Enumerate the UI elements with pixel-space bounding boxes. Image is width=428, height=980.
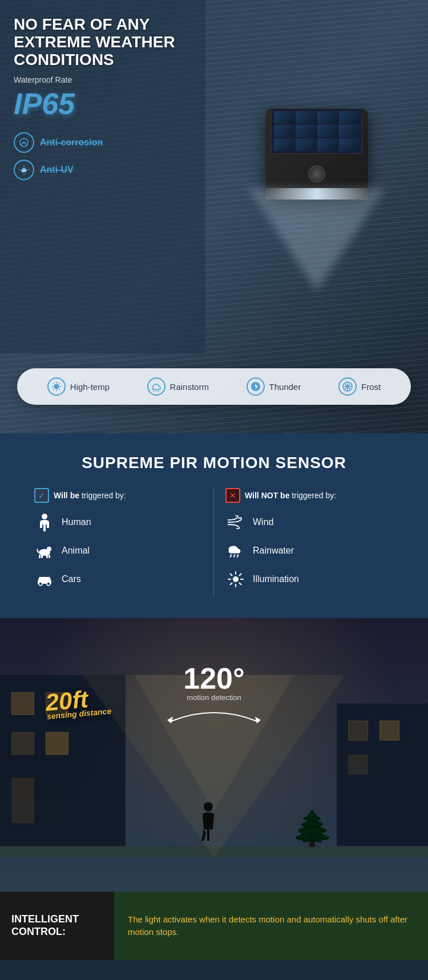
angle-arrow-arc bbox=[163, 704, 265, 727]
window-r1 bbox=[348, 721, 368, 741]
animal-label: Animal bbox=[62, 546, 90, 556]
solar-cell bbox=[339, 111, 360, 124]
trigger-human: Human bbox=[34, 512, 202, 532]
window-r3 bbox=[348, 755, 368, 775]
anti-corrosion-label: Anti-corrosion bbox=[40, 137, 103, 148]
rainwater-label: Rainwater bbox=[253, 546, 294, 556]
condition-rainstorm: Rainstorm bbox=[147, 377, 209, 396]
angle-label: motion detection bbox=[163, 693, 265, 702]
motion-angle-display: 120° motion detection bbox=[163, 664, 265, 727]
human-label: Human bbox=[62, 517, 91, 527]
svg-line-16 bbox=[154, 391, 154, 392]
control-left-panel: INTELLIGENT CONTROL: bbox=[0, 892, 114, 960]
svg-line-17 bbox=[156, 391, 156, 392]
check-icon: ✓ bbox=[34, 488, 49, 503]
svg-line-45 bbox=[240, 583, 241, 585]
solar-cell bbox=[296, 125, 316, 137]
no-trigger-header-text: Will NOT be triggered by: bbox=[245, 491, 336, 500]
motion-sensor-dot bbox=[308, 165, 325, 182]
condition-high-temp: High-temp bbox=[47, 377, 110, 396]
high-temp-label: High-temp bbox=[70, 382, 110, 392]
pir-grid: ✓ Will be triggered by: Human bbox=[23, 488, 405, 597]
svg-line-44 bbox=[231, 574, 232, 576]
solar-cell bbox=[296, 111, 316, 124]
conditions-bar: High-temp Rainstorm Thunder bbox=[17, 368, 411, 405]
svg-marker-48 bbox=[167, 717, 173, 723]
svg-line-14 bbox=[59, 383, 60, 384]
angle-number: 120° bbox=[183, 662, 245, 695]
window-3 bbox=[11, 732, 34, 755]
cars-label: Cars bbox=[62, 574, 81, 584]
main-title: NO FEAR OF ANY EXTREME WEATHER CONDITION… bbox=[14, 16, 192, 68]
solar-panel bbox=[271, 108, 362, 154]
pir-title: SUPREME PIR MOTION SENSOR bbox=[23, 454, 405, 472]
illumination-icon bbox=[225, 569, 246, 589]
animal-icon bbox=[34, 540, 55, 561]
pir-trigger-header: ✓ Will be triggered by: bbox=[34, 488, 202, 503]
illumination-label: Illumination bbox=[253, 574, 299, 584]
svg-line-46 bbox=[240, 574, 241, 576]
svg-line-38 bbox=[237, 555, 238, 557]
svg-line-15 bbox=[53, 389, 54, 390]
x-icon: ✕ bbox=[225, 488, 240, 503]
solar-cell bbox=[317, 111, 338, 124]
solar-cell bbox=[339, 125, 360, 137]
rainstorm-label: Rainstorm bbox=[170, 382, 209, 392]
svg-line-13 bbox=[59, 389, 60, 390]
svg-line-36 bbox=[231, 555, 231, 557]
pir-section: SUPREME PIR MOTION SENSOR ✓ Will be trig… bbox=[0, 433, 428, 618]
svg-rect-30 bbox=[41, 555, 43, 558]
svg-point-35 bbox=[47, 582, 50, 585]
pir-no-trigger-col: ✕ Will NOT be triggered by: Wind bbox=[214, 488, 405, 597]
ip-rating: IP65 bbox=[14, 87, 192, 121]
svg-rect-32 bbox=[49, 555, 50, 558]
solar-cell bbox=[339, 139, 360, 151]
svg-rect-33 bbox=[39, 577, 50, 582]
solar-cell bbox=[274, 139, 294, 151]
svg-point-7 bbox=[54, 384, 59, 389]
svg-point-26 bbox=[42, 514, 47, 519]
control-right-panel: The light activates when it detects moti… bbox=[114, 892, 428, 960]
waterproof-label: Waterproof Rate bbox=[14, 75, 192, 84]
building-silhouette-right bbox=[337, 704, 428, 846]
window-4 bbox=[46, 732, 68, 755]
solar-cell bbox=[317, 139, 338, 151]
light-emission bbox=[248, 188, 385, 291]
person-silhouette bbox=[197, 801, 220, 849]
svg-point-39 bbox=[233, 576, 239, 582]
anti-uv-icon: UV bbox=[14, 160, 34, 180]
car-icon bbox=[34, 569, 55, 589]
svg-point-28 bbox=[47, 547, 51, 551]
svg-point-50 bbox=[204, 802, 213, 811]
weather-right-panel bbox=[205, 0, 428, 353]
control-section: INTELLIGENT CONTROL: The light activates… bbox=[0, 892, 428, 960]
solar-cell bbox=[274, 111, 294, 124]
condition-thunder: Thunder bbox=[247, 377, 301, 396]
svg-line-47 bbox=[231, 583, 232, 585]
solar-light-illustration bbox=[254, 108, 379, 268]
svg-line-37 bbox=[234, 555, 235, 557]
rainstorm-icon bbox=[147, 377, 165, 396]
svg-rect-31 bbox=[46, 555, 48, 558]
svg-point-25 bbox=[346, 385, 349, 388]
solar-panel-grid bbox=[272, 109, 362, 153]
svg-rect-29 bbox=[39, 555, 41, 558]
control-title: INTELLIGENT CONTROL: bbox=[11, 913, 103, 938]
human-icon bbox=[34, 512, 55, 532]
solar-cell bbox=[274, 125, 294, 137]
thunder-label: Thunder bbox=[269, 382, 301, 392]
condition-frost: Frost bbox=[338, 377, 381, 396]
tree-silhouette: 🌲 bbox=[291, 808, 334, 848]
svg-point-34 bbox=[39, 582, 42, 585]
anti-corrosion-icon bbox=[14, 132, 34, 153]
anti-uv-label: Anti-UV bbox=[40, 165, 74, 175]
anti-uv-item: UV Anti-UV bbox=[14, 160, 192, 180]
no-trigger-illumination: Illumination bbox=[225, 569, 394, 589]
anti-corrosion-item: Anti-corrosion bbox=[14, 132, 192, 153]
trigger-cars: Cars bbox=[34, 569, 202, 589]
wind-icon bbox=[225, 512, 246, 532]
solar-cell bbox=[296, 139, 316, 151]
window-1 bbox=[11, 692, 34, 715]
door bbox=[11, 778, 34, 823]
svg-line-12 bbox=[53, 383, 54, 384]
